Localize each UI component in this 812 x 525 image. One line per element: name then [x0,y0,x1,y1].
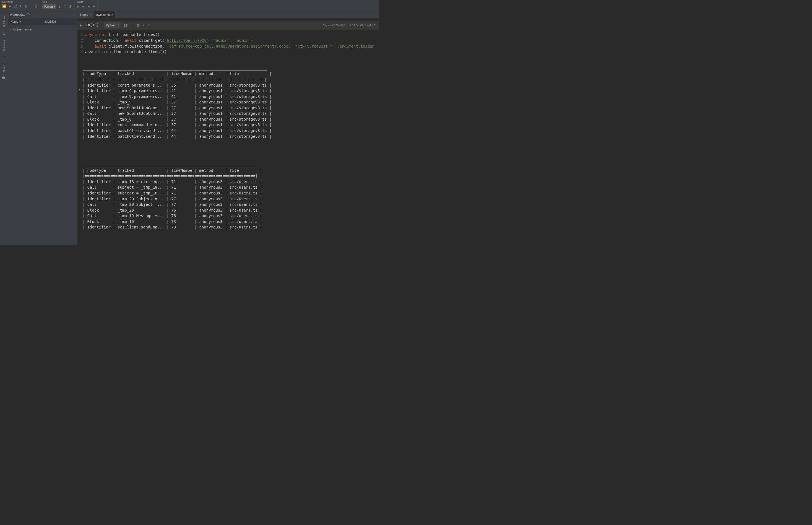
tab-aws[interactable]: aws.ipynb ✕ [94,11,115,18]
move-up-icon[interactable]: ↥ [58,5,61,9]
side-title: Notebooks [10,13,25,17]
tab-home[interactable]: Home ✕ [77,11,93,18]
left-rail: Notebooks 🗀 Summary ☰ Search 🔍 [0,11,8,245]
file-icon[interactable]: 🗀 [2,31,6,35]
search-icon[interactable]: 🔍 [2,76,6,80]
cell-toolbar: ▶ In(13): Python {} ☰ ◫ ↓ ⧉ Ran on 12/27… [77,21,379,30]
side-header: Notebooks ⓘ ＋ [8,11,77,18]
chevron-right-icon: ▸ [11,28,12,31]
rail-summary[interactable]: Summary [3,40,6,51]
cell-prompt: In(13): [86,23,101,27]
file-tree: ▸ 🗀 joern-notes [8,26,77,34]
side-panel: Notebooks ⓘ ＋ Name▼ Modified ▸ 🗀 joern-n… [8,11,77,245]
side-columns: Name▼ Modified [8,18,77,25]
code-label: Code [77,1,95,4]
main-area: Home ✕ aws.ipynb ✕ ▶ In(13): Python {} ☰… [77,11,379,245]
cell-lang-select[interactable]: Python [104,22,120,28]
code-editor[interactable]: 1async def find_reachable_flows(): 2 con… [77,30,379,57]
run-cell-icon[interactable]: ▶ [80,23,82,27]
main-toolbar: Notebook ⏩ ■ ⎇ ⬇ ⊖ ◴ Cell Python ↥ ↧ 🗑 C… [0,0,379,11]
stop-code-icon[interactable]: ■ [93,4,95,8]
schedule-icon[interactable]: ◴ [34,4,37,8]
move-down-icon[interactable]: ↧ [64,5,66,9]
notebook-label: Notebook [2,1,37,4]
arrow-down-icon[interactable]: ↓ [143,23,145,27]
code-group: Code ▶ ⏭ ⏯ ■ [75,0,97,11]
folder-icon: 🗀 [13,28,16,31]
split-icon[interactable]: ◫ [137,23,139,27]
cell-label: Cell [42,1,72,4]
run-icon[interactable]: ▶ [77,4,79,8]
delete-cell-icon[interactable]: 🗑 [69,5,72,9]
close-icon[interactable]: ✕ [111,13,114,16]
list-icon[interactable]: ☰ [3,55,6,59]
tree-label: joern-notes [17,28,33,31]
cell-group: Cell Python ↥ ↧ 🗑 [40,0,75,11]
kernel-select[interactable]: Python [42,4,56,9]
stop-icon[interactable]: ■ [9,4,11,8]
braces-icon[interactable]: {} [124,23,128,27]
col-modified[interactable]: Modified [43,18,77,25]
fold-icon[interactable]: ▼ [78,87,80,92]
run-below-icon[interactable]: ⏯ [87,4,91,8]
tree-item[interactable]: ▸ 🗀 joern-notes [11,27,75,32]
editor-tabs: Home ✕ aws.ipynb ✕ [77,11,379,18]
branch-icon[interactable]: ⎇ [13,4,17,8]
run-all-icon[interactable]: ⏩ [2,4,6,8]
help-icon[interactable]: ⓘ [27,13,30,17]
col-name[interactable]: Name▼ [8,18,43,25]
rail-search[interactable]: Search [3,64,6,72]
download-icon[interactable]: ⬇ [19,4,22,8]
cell-output: ________________________________________… [77,57,379,245]
notebook-body[interactable]: ▶ In(13): Python {} ☰ ◫ ↓ ⧉ Ran on 12/27… [77,18,379,245]
add-notebook-icon[interactable]: ＋ [72,13,75,17]
remove-icon[interactable]: ⊖ [25,4,27,8]
rail-notebooks[interactable]: Notebooks [3,15,6,27]
notebook-group: Notebook ⏩ ■ ⎇ ⬇ ⊖ ◴ [0,0,40,11]
run-next-icon[interactable]: ⏭ [82,4,85,8]
lines-icon[interactable]: ☰ [131,23,134,27]
close-icon[interactable]: ✕ [90,13,92,16]
copy-icon[interactable]: ⧉ [148,23,151,27]
run-meta: Ran on 12/27/2022, 9:14:05 PM GMT took 1… [323,24,376,27]
